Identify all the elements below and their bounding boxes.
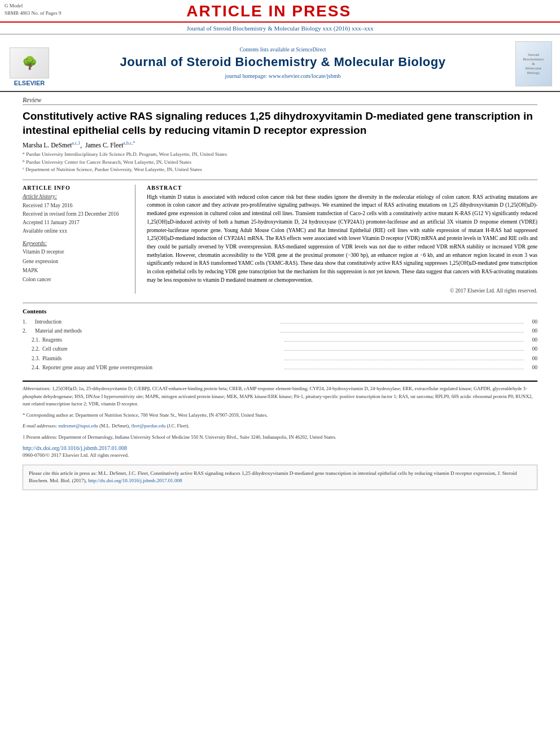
toc-page-23: 00 [526, 355, 537, 362]
toc-page-22: 00 [526, 345, 537, 353]
toc-page-1: 00 [526, 318, 537, 326]
accepted-date: Accepted 11 January 2017 [23, 219, 128, 227]
toc-item-2: 2. Material and methods 00 [23, 327, 537, 335]
journal-cover-image: SteroidBiochemistry&MolecularBiology [515, 41, 552, 86]
citation-doi-link[interactable]: http://dx.doi.org/10.1016/j.jsbmb.2017.0… [88, 478, 182, 483]
top-banner: G Model SBMB 4863 No. of Pages 9 ARTICLE… [0, 0, 560, 23]
journal-homepage: journal homepage: www.elsevier.com/locat… [58, 73, 508, 79]
toc-dots-24 [285, 369, 524, 369]
contents-available: Contents lists available at ScienceDirec… [58, 47, 508, 53]
article-in-press-banner: ARTICLE IN PRESS [62, 2, 476, 20]
available-online: Available online xxx [23, 227, 128, 235]
article-in-press-title: ARTICLE IN PRESS [62, 2, 476, 20]
toc-sub-num-22: 2.2. [23, 345, 42, 353]
model-label: G Model [5, 2, 62, 10]
article-info-heading: ARTICLE INFO [23, 185, 128, 191]
toc-label-24: Reporter gene assay and VDR gene overexp… [42, 364, 282, 372]
toc-sub-num-24: 2.4. [23, 364, 42, 372]
homepage-url[interactable]: www.elsevier.com/locate/jsbmb [269, 73, 341, 79]
abstract-heading: ABSTRACT [147, 185, 537, 191]
journal-name: Journal of Steroid Biochemistry & Molecu… [58, 55, 508, 69]
keyword-3: MAPK [23, 266, 128, 275]
elsevier-tree-icon: 🌳 [22, 56, 37, 71]
email-label: E-mail addresses: [23, 423, 57, 429]
received-revised-date: Received in revised form 23 December 201… [23, 210, 128, 219]
toc-item-21: 2.1. Reagents 00 [23, 336, 537, 344]
review-label: Review [23, 97, 537, 105]
corresponding-text: Department of Nutrition Science, 700 Wes… [75, 412, 268, 418]
affiliation-c: ᶜ Department of Nutrition Science, Purdu… [23, 166, 537, 174]
journal-subtitle-text: Journal of Steroid Biochemistry & Molecu… [187, 25, 374, 32]
received-date: Received 17 May 2016 [23, 202, 128, 210]
affiliation-a: ᵃ Purdue University Interdisciplinary Li… [23, 151, 537, 159]
journal-code: SBMB 4863 No. of Pages 9 [5, 10, 62, 17]
doi-link[interactable]: http://dx.doi.org/10.1016/j.jsbmb.2017.0… [23, 445, 537, 451]
journal-title-area: Contents lists available at ScienceDirec… [58, 39, 508, 86]
toc-sub-num-21: 2.1. [23, 336, 42, 344]
article-info-col: ARTICLE INFO Article history: Received 1… [23, 185, 135, 294]
citation-box: Please cite this article in press as: M.… [23, 465, 537, 490]
abstract-text: High vitamin D status is associated with… [147, 193, 537, 285]
toc-page-2: 00 [526, 327, 537, 335]
elsevier-label: ELSEVIER [14, 80, 45, 86]
issn-text: 0960-0760/© 2017 Elsevier Ltd. All right… [23, 452, 537, 458]
toc-dots-23 [285, 360, 524, 360]
main-content: Review Constitutively active RAS signali… [0, 92, 560, 495]
affiliations: ᵃ Purdue University Interdisciplinary Li… [23, 151, 537, 174]
toc-dots-1 [281, 323, 524, 324]
abbreviations: Abbreviations: 1,25(OH)₂D, 1α, 25-dihydr… [23, 385, 537, 408]
article-dates: Received 17 May 2016 Received in revised… [23, 202, 128, 236]
abbreviations-label: Abbreviations: [23, 386, 51, 391]
abstract-col: ABSTRACT High vitamin D status is associ… [147, 185, 537, 294]
author-desmet: Marsha L. DeSmeta,c,1, [23, 142, 84, 148]
toc-item-24: 2.4. Reporter gene assay and VDR gene ov… [23, 364, 537, 372]
toc-label-23: Plasmids [42, 355, 282, 362]
toc-dots-21 [285, 341, 524, 342]
toc-num-1: 1. [23, 318, 35, 326]
contents-section: Contents 1. Introduction 00 2. Material … [23, 303, 537, 372]
toc-label-21: Reagents [42, 336, 282, 344]
affiliation-b: ᵇ Purdue University Center for Cancer Re… [23, 159, 537, 167]
toc-item-23: 2.3. Plasmids 00 [23, 355, 537, 362]
author-fleet: James C. Fleeta,b,c,* [85, 142, 135, 148]
email-fleet-link[interactable]: fleet@purdue.edu [131, 423, 165, 429]
abbreviations-text: 1,25(OH)₂D, 1α, 25-dihydroxyvitamin D; C… [23, 386, 533, 407]
keyword-4: Colon cancer [23, 275, 128, 284]
footnote-1: 1 Present address: Department of Dermato… [23, 434, 537, 442]
authors-line: Marsha L. DeSmeta,c,1, James C. Fleeta,b… [23, 141, 537, 148]
toc-item-1: 1. Introduction 00 [23, 318, 537, 326]
history-label: Article history: [23, 193, 128, 199]
toc-label-1: Introduction [35, 318, 278, 326]
toc-item-22: 2.2. Cell culture 00 [23, 345, 537, 353]
keyword-2: Gene expression [23, 257, 128, 266]
keyword-1: Vitamin D receptor [23, 247, 128, 256]
article-title: Constitutively active RAS signaling redu… [23, 110, 537, 137]
toc-dots-2 [281, 332, 524, 333]
model-info: G Model SBMB 4863 No. of Pages 9 [5, 2, 62, 16]
email-desmet-name: (M.L. DeSmet), [99, 423, 130, 429]
journal-header: 🌳 ELSEVIER Contents lists available at S… [0, 34, 560, 92]
email-desmet-link[interactable]: mdesmet@iupui.edu [58, 423, 98, 429]
toc-num-2: 2. [23, 327, 35, 335]
corresponding-author: * Corresponding author at: Department of… [23, 412, 537, 420]
science-direct-link[interactable]: ScienceDirect [296, 47, 326, 53]
toc-label-2: Material and methods [35, 327, 278, 335]
corresponding-label: * Corresponding author at: [23, 412, 74, 418]
keywords-label: Keywords: [23, 240, 128, 246]
toc-sub-num-23: 2.3. [23, 355, 42, 362]
footnotes-section: Abbreviations: 1,25(OH)₂D, 1α, 25-dihydr… [23, 381, 537, 458]
toc-page-24: 00 [526, 364, 537, 372]
email-fleet-name: (J.C. Fleet). [167, 423, 189, 429]
copyright: © 2017 Elsevier Ltd. All rights reserved… [147, 288, 537, 294]
article-info-abstract: ARTICLE INFO Article history: Received 1… [23, 180, 537, 294]
toc-page-21: 00 [526, 336, 537, 344]
elsevier-logo-area: 🌳 ELSEVIER [7, 39, 52, 86]
elsevier-logo-image: 🌳 [10, 47, 49, 78]
journal-thumbnail: SteroidBiochemistry&MolecularBiology [514, 39, 553, 86]
contents-heading: Contents [23, 308, 537, 314]
keywords-list: Vitamin D receptor Gene expression MAPK … [23, 247, 128, 284]
journal-subtitle: Journal of Steroid Biochemistry & Molecu… [0, 23, 560, 34]
email-addresses: E-mail addresses: mdesmet@iupui.edu (M.L… [23, 422, 537, 430]
toc-label-22: Cell culture [42, 345, 282, 353]
toc-dots-22 [285, 350, 524, 351]
